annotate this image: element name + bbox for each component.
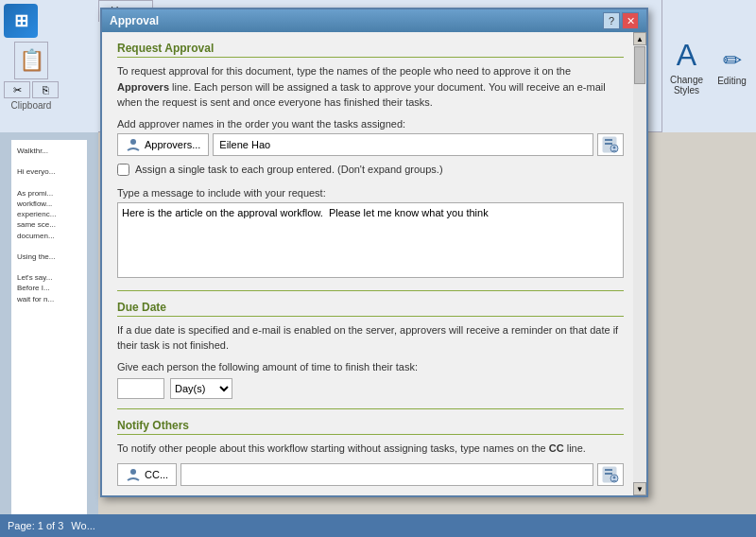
dialog-titlebar: Approval ? ✕ — [102, 9, 646, 32]
approval-dialog: Approval ? ✕ ▲ ▼ Request Approval To req… — [100, 8, 648, 497]
approvers-row: Approvers... — [117, 133, 624, 156]
svg-point-5 — [613, 146, 616, 148]
address-book-button[interactable] — [597, 133, 624, 156]
days-input[interactable] — [117, 378, 164, 399]
svg-rect-8 — [605, 469, 612, 471]
notify-others-header: Notify Others — [117, 419, 624, 435]
svg-point-0 — [130, 139, 136, 145]
divider-2 — [117, 408, 624, 409]
cc-btn-label: CC... — [145, 469, 168, 480]
dialog-scrollbar[interactable]: ▲ ▼ — [633, 32, 646, 495]
dialog-close-button[interactable]: ✕ — [622, 12, 639, 29]
svg-point-11 — [613, 476, 616, 479]
time-label: Give each person the following amount of… — [117, 361, 624, 372]
single-task-checkbox[interactable] — [117, 164, 129, 176]
add-approvers-label: Add approver names in the order you want… — [117, 118, 624, 130]
request-approval-desc: To request approval for this document, t… — [117, 63, 624, 111]
cc-person-icon — [126, 468, 141, 481]
dialog-body: Request Approval To request approval for… — [102, 32, 646, 495]
cc-row: CC... — [117, 463, 624, 486]
days-unit-select[interactable]: Day(s) Week(s) Month(s) — [170, 378, 232, 399]
due-date-desc: If a due date is specified and e-mail is… — [117, 322, 624, 354]
due-date-header: Due Date — [117, 301, 624, 317]
scroll-up-button[interactable]: ▲ — [633, 32, 646, 45]
cc-input[interactable] — [180, 463, 593, 486]
scroll-down-button[interactable]: ▼ — [633, 482, 646, 495]
message-textarea[interactable]: Here is the article on the approval work… — [117, 202, 624, 278]
message-section: Type a message to include with your requ… — [117, 187, 624, 281]
scroll-track — [633, 45, 646, 482]
dialog-title-buttons: ? ✕ — [603, 12, 639, 29]
scroll-thumb[interactable] — [634, 46, 645, 84]
svg-rect-9 — [605, 473, 612, 475]
svg-point-6 — [130, 469, 136, 475]
approvers-input[interactable] — [213, 133, 593, 156]
approvers-button[interactable]: Approvers... — [117, 133, 209, 156]
cc-button[interactable]: CC... — [117, 463, 177, 486]
svg-rect-3 — [605, 143, 612, 145]
approvers-btn-label: Approvers... — [145, 139, 200, 150]
dialog-title: Approval — [110, 14, 159, 27]
address-book-icon — [601, 136, 620, 153]
message-label: Type a message to include with your requ… — [117, 187, 624, 199]
svg-rect-2 — [605, 139, 612, 141]
request-approval-header: Request Approval — [117, 42, 624, 58]
due-date-row: Day(s) Week(s) Month(s) — [117, 378, 624, 399]
dialog-overlay: Approval ? ✕ ▲ ▼ Request Approval To req… — [0, 0, 756, 537]
cc-address-book-button[interactable] — [597, 463, 624, 486]
dialog-help-button[interactable]: ? — [603, 12, 620, 29]
cc-address-book-icon — [601, 466, 620, 483]
person-icon — [126, 138, 141, 151]
single-task-checkbox-row: Assign a single task to each group enter… — [117, 164, 624, 176]
single-task-label: Assign a single task to each group enter… — [135, 164, 443, 175]
notify-desc: To notify other people about this workfl… — [117, 441, 624, 457]
divider-1 — [117, 290, 624, 291]
